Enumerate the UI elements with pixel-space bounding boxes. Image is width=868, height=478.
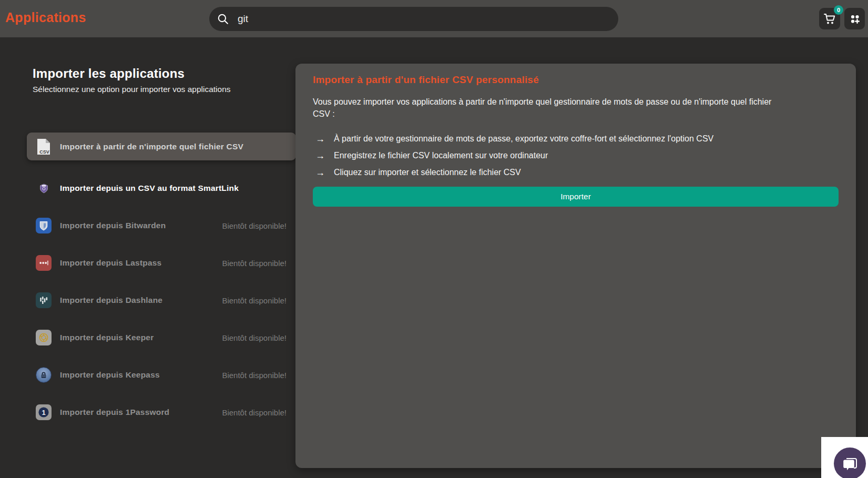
coming-soon-label: Bientôt disponible!	[222, 333, 287, 342]
sidebar-title: Importer les applications	[33, 66, 231, 81]
arrow-right-icon: →	[315, 168, 325, 178]
keepass-icon	[36, 367, 52, 383]
chat-bubble-icon	[841, 455, 859, 473]
dashlane-icon	[36, 292, 52, 308]
import-option-label: Importer depuis Bitwarden	[60, 221, 166, 230]
coming-soon-label: Bientôt disponible!	[222, 259, 287, 268]
import-steps: → À partir de votre gestionnaire de mots…	[313, 134, 839, 178]
panel-title: Importer à partir d'un fichier CSV perso…	[313, 74, 839, 86]
panel-intro: Vous pouvez importer vos applications à …	[313, 96, 839, 120]
import-option-label: Importer à partir de n'importe quel fich…	[60, 142, 243, 151]
import-option-label: Importer depuis un CSV au format SmartLi…	[60, 184, 239, 193]
import-option-bitwarden[interactable]: Importer depuis Bitwarden Bientôt dispon…	[27, 212, 296, 239]
import-option-keeper[interactable]: Importer depuis Keeper Bientôt disponibl…	[27, 324, 296, 351]
svg-text:CSV: CSV	[39, 149, 49, 154]
page-title: Applications	[5, 10, 86, 25]
import-option-smartlink-csv[interactable]: Importer depuis un CSV au format SmartLi…	[27, 175, 296, 201]
import-option-label: Importer depuis Lastpass	[60, 258, 161, 268]
coming-soon-label: Bientôt disponible!	[222, 221, 287, 230]
import-options-list: CSV Importer à partir de n'importe quel …	[27, 133, 296, 436]
cart-count-badge: 0	[834, 5, 843, 15]
1password-icon: 1	[36, 404, 52, 420]
import-option-label: Importer depuis Keepass	[60, 370, 160, 380]
panel-intro-line2: CSV :	[313, 108, 839, 120]
import-option-lastpass[interactable]: Importer depuis Lastpass Bientôt disponi…	[27, 250, 296, 276]
svg-text:1: 1	[42, 409, 45, 416]
search-icon	[217, 13, 230, 26]
arrow-right-icon: →	[315, 134, 325, 144]
import-step: → Enregistrez le fichier CSV localement …	[313, 151, 839, 161]
sidebar-header: Importer les applications Sélectionnez u…	[33, 66, 231, 94]
chat-button[interactable]	[834, 448, 866, 478]
import-step-text: Enregistrez le fichier CSV localement su…	[334, 151, 548, 160]
lastpass-icon	[36, 255, 52, 271]
import-option-dashlane[interactable]: Importer depuis Dashlane Bientôt disponi…	[27, 287, 296, 313]
smartlink-shield-icon	[36, 180, 52, 196]
import-option-label: Importer depuis Keeper	[60, 333, 154, 342]
search-input[interactable]	[237, 13, 611, 25]
import-option-1password[interactable]: 1 Importer depuis 1Password Bientôt disp…	[27, 399, 296, 425]
add-application-button[interactable]	[844, 8, 865, 29]
cart-button[interactable]: 0	[819, 8, 840, 29]
bitwarden-icon	[36, 218, 52, 233]
import-option-label: Importer depuis Dashlane	[60, 296, 162, 305]
import-option-keepass[interactable]: Importer depuis Keepass Bientôt disponib…	[27, 362, 296, 388]
csv-file-icon: CSV	[36, 139, 52, 155]
sidebar-subtitle: Sélectionnez une option pour importer vo…	[33, 85, 231, 94]
import-step-text: À partir de votre gestionnaire de mots d…	[334, 134, 713, 144]
import-step: → À partir de votre gestionnaire de mots…	[313, 134, 839, 144]
top-bar: Applications 0	[0, 0, 868, 37]
coming-soon-label: Bientôt disponible!	[222, 296, 287, 305]
import-button[interactable]: Importer	[313, 187, 839, 207]
coming-soon-label: Bientôt disponible!	[222, 408, 287, 417]
import-detail-panel: Importer à partir d'un fichier CSV perso…	[295, 64, 856, 468]
coming-soon-label: Bientôt disponible!	[222, 371, 287, 380]
chat-widget-container	[821, 437, 868, 478]
import-step-text: Cliquez sur importer et sélectionnez le …	[334, 168, 521, 177]
import-option-any-csv[interactable]: CSV Importer à partir de n'importe quel …	[27, 133, 296, 160]
import-step: → Cliquez sur importer et sélectionnez l…	[313, 168, 839, 178]
import-option-label: Importer depuis 1Password	[60, 408, 169, 417]
keeper-icon	[36, 330, 52, 345]
panel-intro-line1: Vous pouvez importer vos applications à …	[313, 96, 839, 108]
arrow-right-icon: →	[315, 151, 325, 161]
search-bar[interactable]	[209, 7, 618, 31]
